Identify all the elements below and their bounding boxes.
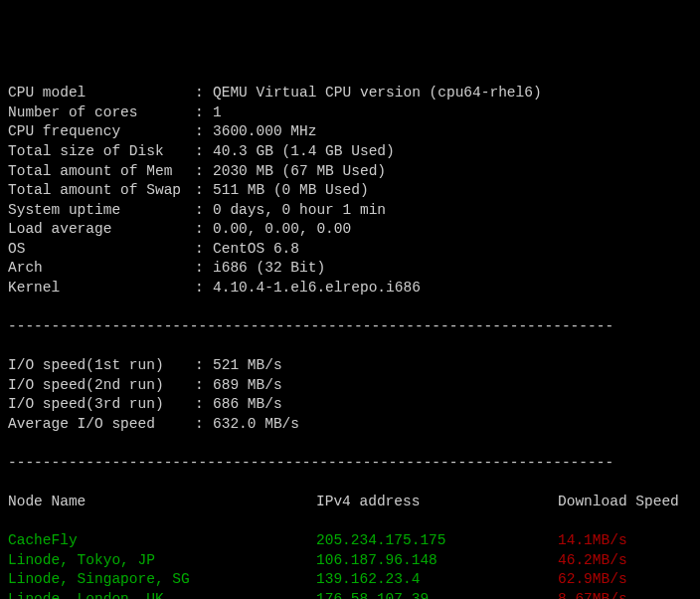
node-row: Linode, Singapore, SG139.162.23.462.9MB/… <box>8 570 692 590</box>
colon: : <box>195 201 213 221</box>
sysinfo-row: Total amount of Mem: 2030 MB (67 MB Used… <box>8 162 692 182</box>
node-name: CacheFly <box>8 531 316 551</box>
node-ip: 139.162.23.4 <box>316 570 558 590</box>
colon: : <box>195 240 213 260</box>
sysinfo-label: Load average <box>8 220 195 240</box>
colon: : <box>195 415 213 435</box>
iospeed-row: I/O speed(2nd run): 689 MB/s <box>8 376 692 396</box>
sysinfo-label: Arch <box>8 259 195 279</box>
sysinfo-value: 0.00, 0.00, 0.00 <box>213 221 351 237</box>
colon: : <box>195 142 213 162</box>
sysinfo-value: i686 (32 Bit) <box>213 260 325 276</box>
node-row: Linode, Tokyo, JP106.187.96.14846.2MB/s <box>8 551 692 571</box>
sysinfo-label: CPU frequency <box>8 122 195 142</box>
iospeed-value: 632.0 MB/s <box>213 416 299 432</box>
sysinfo-label: Kernel <box>8 279 195 299</box>
sysinfo-value: 1 <box>213 104 222 120</box>
sysinfo-row: Number of cores: 1 <box>8 103 692 123</box>
node-row: CacheFly205.234.175.17514.1MB/s <box>8 531 692 551</box>
colon: : <box>195 279 213 299</box>
sysinfo-row: OS: CentOS 6.8 <box>8 240 692 260</box>
colon: : <box>195 356 213 376</box>
sysinfo-row: Total amount of Swap: 511 MB (0 MB Used) <box>8 181 692 201</box>
node-speed: 62.9MB/s <box>558 570 627 590</box>
iospeed-label: I/O speed(1st run) <box>8 356 195 376</box>
iospeed-label: I/O speed(2nd run) <box>8 376 195 396</box>
node-header-speed: Download Speed <box>558 493 679 512</box>
node-name: Linode, Singapore, SG <box>8 570 316 590</box>
colon: : <box>195 259 213 279</box>
sysinfo-label: CPU model <box>8 84 195 103</box>
iospeed-row: Average I/O speed: 632.0 MB/s <box>8 415 692 435</box>
sysinfo-label: Total size of Disk <box>8 142 195 162</box>
io-speed-block: I/O speed(1st run): 521 MB/sI/O speed(2n… <box>8 356 692 434</box>
sysinfo-row: Kernel: 4.10.4-1.el6.elrepo.i686 <box>8 279 692 299</box>
node-header-row: Node NameIPv4 addressDownload Speed <box>8 493 692 512</box>
node-speed: 8.67MB/s <box>558 590 627 599</box>
sysinfo-row: Arch: i686 (32 Bit) <box>8 259 692 279</box>
node-name: Linode, Tokyo, JP <box>8 551 316 571</box>
sysinfo-value: 2030 MB (67 MB Used) <box>213 163 386 179</box>
nodes-block: CacheFly205.234.175.17514.1MB/sLinode, T… <box>8 531 692 599</box>
node-header-name: Node Name <box>8 493 316 512</box>
sysinfo-value: CentOS 6.8 <box>213 241 299 257</box>
sysinfo-label: System uptime <box>8 201 195 221</box>
iospeed-label: I/O speed(3rd run) <box>8 395 195 415</box>
sysinfo-row: Total size of Disk: 40.3 GB (1.4 GB Used… <box>8 142 692 162</box>
iospeed-value: 521 MB/s <box>213 357 282 373</box>
sysinfo-label: Total amount of Mem <box>8 162 195 182</box>
divider-line: ----------------------------------------… <box>8 454 692 474</box>
colon: : <box>195 162 213 182</box>
node-speed: 14.1MB/s <box>558 531 627 551</box>
sysinfo-label: OS <box>8 240 195 260</box>
node-header-ip: IPv4 address <box>316 493 558 512</box>
colon: : <box>195 84 213 103</box>
colon: : <box>195 395 213 415</box>
colon: : <box>195 181 213 201</box>
colon: : <box>195 376 213 396</box>
system-info-block: CPU model: QEMU Virtual CPU version (cpu… <box>8 84 692 298</box>
node-ip: 205.234.175.175 <box>316 531 558 551</box>
sysinfo-label: Total amount of Swap <box>8 181 195 201</box>
node-speed: 46.2MB/s <box>558 551 627 571</box>
sysinfo-value: 3600.000 MHz <box>213 123 316 139</box>
colon: : <box>195 103 213 123</box>
iospeed-row: I/O speed(3rd run): 686 MB/s <box>8 395 692 415</box>
node-ip: 106.187.96.148 <box>316 551 558 571</box>
colon: : <box>195 220 213 240</box>
iospeed-value: 689 MB/s <box>213 377 282 393</box>
iospeed-row: I/O speed(1st run): 521 MB/s <box>8 356 692 376</box>
iospeed-value: 686 MB/s <box>213 396 282 412</box>
sysinfo-row: Load average: 0.00, 0.00, 0.00 <box>8 220 692 240</box>
sysinfo-value: QEMU Virtual CPU version (cpu64-rhel6) <box>213 85 542 100</box>
sysinfo-value: 511 MB (0 MB Used) <box>213 182 369 198</box>
sysinfo-row: CPU frequency: 3600.000 MHz <box>8 122 692 142</box>
divider-line: ----------------------------------------… <box>8 317 692 337</box>
iospeed-label: Average I/O speed <box>8 415 195 435</box>
sysinfo-value: 0 days, 0 hour 1 min <box>213 202 386 218</box>
node-ip: 176.58.107.39 <box>316 590 558 599</box>
sysinfo-value: 40.3 GB (1.4 GB Used) <box>213 143 395 159</box>
colon: : <box>195 122 213 142</box>
sysinfo-row: CPU model: QEMU Virtual CPU version (cpu… <box>8 84 692 103</box>
node-row: Linode, London, UK176.58.107.398.67MB/s <box>8 590 692 599</box>
sysinfo-label: Number of cores <box>8 103 195 123</box>
sysinfo-value: 4.10.4-1.el6.elrepo.i686 <box>213 280 421 296</box>
node-name: Linode, London, UK <box>8 590 316 599</box>
sysinfo-row: System uptime: 0 days, 0 hour 1 min <box>8 201 692 221</box>
